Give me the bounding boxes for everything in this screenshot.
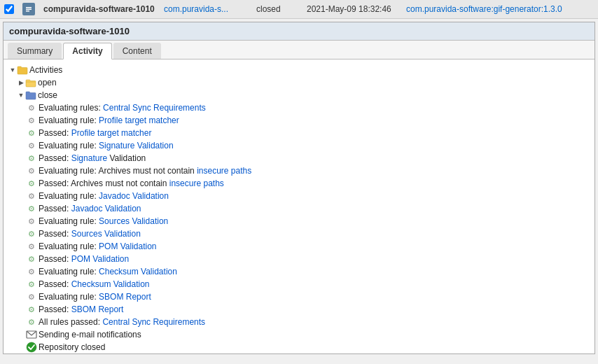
list-item: ⚙ All rules passed: Central Sync Require…	[9, 316, 589, 328]
tree-close-node: ▼ close	[9, 89, 589, 102]
gear-pass-icon: ⚙	[26, 279, 37, 290]
svg-rect-2	[26, 9, 32, 10]
gear-icon: ⚙	[26, 241, 37, 252]
list-item: Repository closed	[9, 341, 589, 354]
row-date: 2021-May-09 18:32:46	[307, 4, 398, 14]
tab-activity[interactable]: Activity	[63, 43, 111, 59]
close-folder-icon	[25, 90, 36, 101]
item-label: Passed: Signature Validation	[39, 153, 146, 164]
window-title: compuravida-software-1010	[4, 22, 594, 41]
item-label: Evaluating rule: Signature Validation	[39, 140, 174, 151]
item-label: Passed: Archives must not contain insecu…	[39, 178, 224, 189]
row-checkbox[interactable]	[4, 4, 14, 14]
item-label: Evaluating rule: Sources Validation	[39, 216, 168, 227]
gear-pass-icon: ⚙	[26, 203, 37, 214]
gear-icon: ⚙	[26, 102, 37, 113]
item-label: Passed: POM Validation	[39, 253, 129, 265]
list-item: ⚙ Passed: Archives must not contain inse…	[9, 177, 589, 190]
item-label: Evaluating rule: Javadoc Validation	[39, 190, 169, 202]
gear-pass-icon: ⚙	[26, 127, 37, 139]
tree-root-label: Activities	[29, 64, 62, 76]
item-label: All rules passed: Central Sync Requireme…	[39, 316, 205, 328]
item-label: Passed: Checksum Validation	[39, 279, 150, 290]
row-icon	[22, 3, 35, 15]
item-label: Passed: Sources Validation	[39, 228, 141, 239]
open-label: open	[38, 77, 57, 88]
tree-root: ▼ Activities	[9, 64, 589, 76]
root-expand-icon[interactable]: ▼	[9, 64, 16, 76]
list-item: ⚙ Passed: Checksum Validation	[9, 278, 589, 290]
content-area: ▼ Activities ▶ open ▼	[4, 59, 594, 354]
list-item: ⚙ Passed: POM Validation	[9, 253, 589, 265]
root-folder-icon	[17, 64, 28, 76]
open-expand-icon[interactable]: ▶	[18, 77, 25, 88]
gear-icon: ⚙	[26, 291, 37, 302]
list-item: ⚙ Evaluating rule: Checksum Validation	[9, 265, 589, 278]
list-item: ⚙ Evaluating rule: POM Validation	[9, 240, 589, 253]
close-expand-icon[interactable]: ▼	[18, 90, 25, 101]
item-label: Sending e-mail notifications	[39, 329, 141, 340]
open-folder-icon	[25, 77, 36, 88]
item-label: Evaluating rule: SBOM Report	[39, 291, 151, 302]
email-icon	[26, 329, 37, 340]
gear-pass-icon: ⚙	[26, 304, 37, 315]
tree-open-node: ▶ open	[9, 76, 589, 89]
list-item: ⚙ Evaluating rule: SBOM Report	[9, 290, 589, 303]
gear-icon: ⚙	[26, 266, 37, 277]
item-label: Evaluating rule: POM Validation	[39, 241, 157, 252]
gear-icon: ⚙	[26, 190, 37, 202]
svg-rect-1	[26, 7, 32, 8]
item-label: Repository closed	[39, 342, 105, 353]
item-label: Passed: Javadoc Validation	[39, 203, 141, 214]
row-title: compuravida-software-1010	[43, 4, 155, 14]
item-label: Evaluating rules: Central Sync Requireme…	[39, 102, 206, 113]
item-label: Evaluating rule: Archives must not conta…	[39, 165, 251, 176]
list-item: ⚙ Passed: Javadoc Validation	[9, 202, 589, 215]
list-item: ⚙ Passed: Profile target matcher	[9, 127, 589, 139]
list-item: ⚙ Passed: Signature Validation	[9, 152, 589, 164]
gear-pass-icon: ⚙	[26, 253, 37, 265]
list-item: ⚙ Evaluating rule: Signature Validation	[9, 139, 589, 152]
top-bar: compuravida-software-1010 com.puravida-s…	[0, 0, 598, 19]
gear-pass-icon: ⚙	[26, 316, 37, 328]
list-item: ⚙ Evaluating rule: Sources Validation	[9, 215, 589, 227]
gear-icon: ⚙	[26, 140, 37, 151]
list-item: ⚙ Evaluating rules: Central Sync Require…	[9, 102, 589, 114]
gear-icon: ⚙	[26, 115, 37, 126]
gear-icon: ⚙	[26, 216, 37, 227]
item-label: Evaluating rule: Checksum Validation	[39, 266, 177, 277]
tab-bar: Summary Activity Content	[4, 41, 594, 59]
svg-rect-3	[26, 10, 29, 12]
tab-content[interactable]: Content	[113, 43, 161, 59]
gear-icon: ⚙	[26, 165, 37, 176]
window-panel: compuravida-software-1010 Summary Activi…	[3, 22, 595, 354]
row-version[interactable]: com.puravida-software:gif-generator:1.3.…	[406, 4, 594, 14]
item-label: Passed: Profile target matcher	[39, 127, 151, 139]
list-item: Sending e-mail notifications	[9, 328, 589, 341]
row-status: closed	[256, 4, 298, 14]
list-item: ⚙ Evaluating rule: Javadoc Validation	[9, 190, 589, 202]
svg-point-5	[27, 342, 36, 352]
list-item: ⚙ Passed: Sources Validation	[9, 227, 589, 240]
item-label: Evaluating rule: Profile target matcher	[39, 115, 179, 126]
check-circle-icon	[26, 342, 37, 353]
tab-summary[interactable]: Summary	[8, 43, 62, 59]
list-item: ⚙ Evaluating rule: Profile target matche…	[9, 114, 589, 127]
list-item: ⚙ Passed: SBOM Report	[9, 303, 589, 316]
list-item: ⚙ Evaluating rule: Archives must not con…	[9, 164, 589, 177]
close-label: close	[38, 90, 57, 101]
gear-pass-icon: ⚙	[26, 153, 37, 164]
row-package[interactable]: com.puravida-s...	[164, 4, 248, 14]
item-label: Passed: SBOM Report	[39, 304, 123, 315]
gear-pass-icon: ⚙	[26, 178, 37, 189]
gear-pass-icon: ⚙	[26, 228, 37, 239]
